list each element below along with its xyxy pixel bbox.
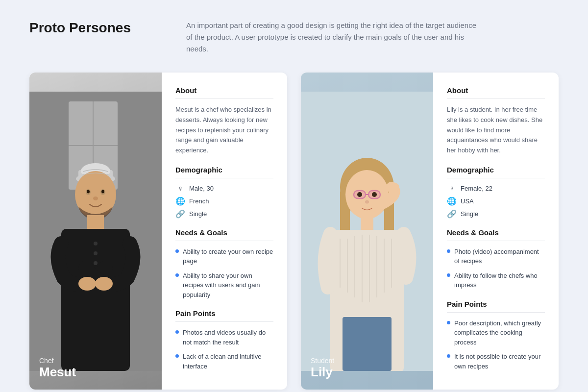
need-text: Ability to create your own recipe page xyxy=(183,247,273,266)
demographic-title-mesut: Demographic xyxy=(175,166,273,174)
persona-card-mesut: Chef Mesut About Mesut is a chef who spe… xyxy=(29,73,287,390)
divider xyxy=(175,321,273,322)
bullet-icon xyxy=(447,273,450,277)
list-item: Photo (video) accompaniment of recipes xyxy=(447,247,545,266)
list-item: Lack of a clean and intuitive interface xyxy=(175,352,273,371)
need-text: Ability to share your own recipes with u… xyxy=(183,271,273,300)
svg-rect-14 xyxy=(61,229,130,371)
demo-country-text: USA xyxy=(461,197,474,205)
about-title-lily: About xyxy=(447,86,545,95)
demo-country-mesut: 🌐 French xyxy=(175,196,273,206)
demo-status-lily: 🔗 Single xyxy=(447,209,545,219)
persona-info-lily: About Lily is a student. In her free tim… xyxy=(433,73,559,390)
pain-text: It is not possible to create your own re… xyxy=(454,352,545,371)
divider xyxy=(447,312,545,313)
demo-status-mesut: 🔗 Single xyxy=(175,209,273,219)
demo-status-text: Single xyxy=(189,210,207,218)
demo-gender-mesut: ♀ Male, 30 xyxy=(175,184,273,193)
svg-point-16 xyxy=(95,277,113,291)
svg-point-18 xyxy=(94,251,98,255)
about-title-mesut: About xyxy=(175,86,273,95)
persona-photo-mesut xyxy=(29,73,162,390)
needs-title-lily: Needs & Goals xyxy=(447,228,545,237)
demographic-mesut: Demographic ♀ Male, 30 🌐 French 🔗 Single xyxy=(175,166,273,219)
page-header: Proto Persones An important part of crea… xyxy=(29,20,559,55)
svg-point-19 xyxy=(94,261,98,265)
bullet-icon xyxy=(447,249,450,253)
svg-point-17 xyxy=(94,242,98,245)
persona-role-mesut: Chef xyxy=(39,357,76,365)
about-text-mesut: Mesut is a chef who specializes in desse… xyxy=(175,105,273,156)
relationship-icon: 🔗 xyxy=(175,209,185,219)
persona-info-mesut: About Mesut is a chef who specializes in… xyxy=(162,73,287,390)
list-item: Ability to follow the chefs who impress xyxy=(447,271,545,290)
persona-label-mesut: Chef Mesut xyxy=(39,357,76,380)
bullet-icon xyxy=(447,321,450,324)
bullet-icon xyxy=(175,273,179,277)
pain-text: Poor description, which greatly complica… xyxy=(454,318,545,347)
svg-point-10 xyxy=(87,190,90,193)
gender-icon: ♀ xyxy=(447,184,457,193)
demographic-title-lily: Demographic xyxy=(447,166,545,174)
pain-list-lily: Poor description, which greatly complica… xyxy=(447,318,545,371)
divider xyxy=(447,98,545,99)
pain-lily: Pain Points Poor description, which grea… xyxy=(447,300,545,371)
needs-list-mesut: Ability to create your own recipe page A… xyxy=(175,247,273,300)
needs-lily: Needs & Goals Photo (video) accompanimen… xyxy=(447,228,545,290)
divider xyxy=(175,98,273,99)
demo-country-text: French xyxy=(189,197,209,205)
persona-name-mesut: Mesut xyxy=(39,365,76,380)
list-item: Photos and videos usually do not match t… xyxy=(175,328,273,347)
bullet-icon xyxy=(175,354,179,358)
pain-text: Photos and videos usually do not match t… xyxy=(183,328,273,347)
svg-point-34 xyxy=(386,182,399,192)
needs-mesut: Needs & Goals Ability to create your own… xyxy=(175,228,273,300)
pain-title-lily: Pain Points xyxy=(447,300,545,308)
bullet-icon xyxy=(175,330,179,334)
svg-rect-13 xyxy=(87,215,104,230)
demo-gender-text: Female, 22 xyxy=(461,185,492,192)
persona-name-lily: Lily xyxy=(311,365,334,380)
svg-point-32 xyxy=(372,192,377,197)
list-item: It is not possible to create your own re… xyxy=(447,352,545,371)
need-text: Photo (video) accompaniment of recipes xyxy=(454,247,545,266)
persona-role-lily: Student xyxy=(311,357,334,365)
divider xyxy=(447,241,545,241)
globe-icon: 🌐 xyxy=(447,196,457,206)
persona-image-mesut: Chef Mesut xyxy=(29,73,162,390)
bullet-icon xyxy=(175,249,179,253)
divider xyxy=(447,178,545,178)
needs-title-mesut: Needs & Goals xyxy=(175,228,273,237)
demographic-lily: Demographic ♀ Female, 22 🌐 USA 🔗 Single xyxy=(447,166,545,219)
demo-country-lily: 🌐 USA xyxy=(447,196,545,206)
divider xyxy=(175,241,273,241)
svg-rect-35 xyxy=(361,218,373,232)
about-text-lily: Lily is a student. In her free time she … xyxy=(447,105,545,156)
persona-photo-lily xyxy=(301,73,433,390)
list-item: Poor description, which greatly complica… xyxy=(447,318,545,347)
pain-text: Lack of a clean and intuitive interface xyxy=(183,352,273,371)
need-text: Ability to follow the chefs who impress xyxy=(454,271,545,290)
relationship-icon: 🔗 xyxy=(447,209,457,219)
persona-label-lily: Student Lily xyxy=(311,357,334,380)
list-item: Ability to share your own recipes with u… xyxy=(175,271,273,300)
page-description: An important part of creating a good des… xyxy=(186,20,480,55)
list-item: Ability to create your own recipe page xyxy=(175,247,273,266)
needs-list-lily: Photo (video) accompaniment of recipes A… xyxy=(447,247,545,290)
bullet-icon xyxy=(447,354,450,358)
pain-title-mesut: Pain Points xyxy=(175,309,273,318)
divider xyxy=(175,178,273,178)
svg-rect-45 xyxy=(343,317,392,371)
persona-card-lily: Student Lily About Lily is a student. In… xyxy=(301,73,559,390)
globe-icon: 🌐 xyxy=(175,196,185,206)
demo-gender-text: Male, 30 xyxy=(189,185,214,192)
persona-image-lily: Student Lily xyxy=(301,73,433,390)
demo-gender-lily: ♀ Female, 22 xyxy=(447,184,545,193)
personas-container: Chef Mesut About Mesut is a chef who spe… xyxy=(29,73,559,390)
demo-status-text: Single xyxy=(461,210,478,218)
svg-point-12 xyxy=(93,196,98,200)
svg-point-33 xyxy=(365,200,369,203)
svg-point-31 xyxy=(357,192,362,197)
svg-point-11 xyxy=(101,190,104,193)
page-title: Proto Persones xyxy=(29,20,157,36)
